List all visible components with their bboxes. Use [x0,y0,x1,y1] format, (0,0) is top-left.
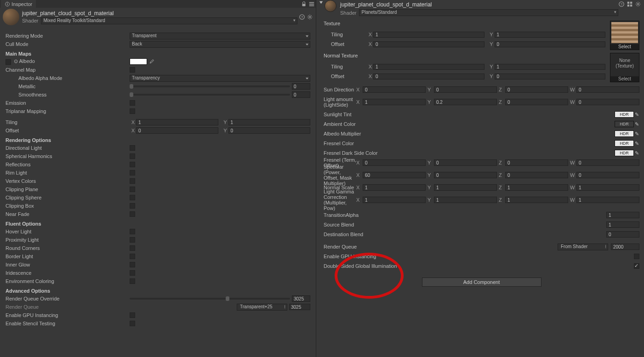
round-corners-checkbox[interactable] [130,245,135,251]
foldout-icon[interactable] [319,0,323,4]
light-amount-z[interactable] [505,99,568,105]
fresnel-term-w[interactable] [576,159,639,166]
stencil-testing-checkbox[interactable] [130,321,135,326]
spherical-harmonics-checkbox[interactable] [130,153,135,159]
sun-dir-w[interactable] [576,86,639,93]
eyedropper-icon[interactable]: ✎ [634,140,639,147]
normal-scale-w[interactable] [576,184,639,191]
near-fade-checkbox[interactable] [130,211,135,217]
ntex-offset-x[interactable] [373,74,484,79]
normal-scale-y[interactable] [434,184,497,191]
queue-override-slider[interactable] [130,298,290,300]
fresnel-term-z[interactable] [505,159,568,166]
iridescence-checkbox[interactable] [130,270,135,276]
smoothness-slider[interactable] [130,94,290,96]
light-amount-w[interactable] [576,99,639,105]
channel-map-checkbox[interactable] [130,67,135,73]
gpu-instancing-checkbox[interactable] [634,254,639,259]
tex-offset-y[interactable] [495,41,606,47]
eyedropper-icon[interactable]: ✎ [634,150,639,156]
double-sided-gi-checkbox[interactable] [634,263,639,269]
ntex-tiling-x[interactable] [373,64,484,70]
add-component-button[interactable]: Add Component [422,278,541,287]
tex-offset-x[interactable] [373,41,484,47]
vertex-colors-checkbox[interactable] [130,178,135,184]
queue-override-value[interactable] [292,295,310,302]
triplanar-checkbox[interactable] [130,108,135,114]
tiling-y[interactable] [228,119,311,125]
eyedropper-icon[interactable]: ✎ [634,111,639,118]
render-queue-dropdown[interactable]: Transparent+25 [237,304,287,311]
light-gamma-z[interactable] [505,197,568,203]
tex-tiling-x[interactable] [373,32,484,38]
albedo-texture-slot[interactable] [6,59,11,65]
ambient-color-hdr[interactable]: HDR [615,121,634,127]
source-blend-value[interactable] [606,221,639,228]
normal-scale-z[interactable] [505,184,568,191]
sun-dir-z[interactable] [505,86,568,93]
specular-z[interactable] [505,172,568,178]
specular-w[interactable] [576,172,639,178]
render-queue-value[interactable] [611,244,639,250]
preset-icon[interactable] [627,1,633,7]
ntex-tiling-y[interactable] [495,64,606,70]
dropdown-icon[interactable] [308,1,315,7]
shader-dropdown[interactable]: Planets/Standard [359,9,618,16]
eyedropper-icon[interactable]: ✎ [634,130,639,137]
clipping-sphere-checkbox[interactable] [130,195,135,200]
normal-texture-slot[interactable]: None (Texture) Select [610,53,639,82]
sunlight-tint-hdr[interactable]: HDR [615,111,634,118]
normal-scale-x[interactable] [363,184,426,191]
albedo-multiplier-hdr[interactable]: HDR [615,130,634,137]
shader-dropdown[interactable]: Mixed Reality Toolkit/Standard [41,17,297,24]
fresnel-term-y[interactable] [434,159,497,166]
eyedropper-icon[interactable]: ✎ [634,121,639,127]
reflections-checkbox[interactable] [130,162,135,167]
help-icon[interactable]: ? [618,1,625,7]
emission-checkbox[interactable] [130,100,135,106]
specular-x[interactable] [363,172,426,178]
gpu-instancing-checkbox[interactable] [130,312,135,318]
cull-mode-dropdown[interactable]: Back [130,41,310,48]
environment-coloring-checkbox[interactable] [130,278,135,284]
fresnel-term-x[interactable] [363,159,426,166]
texture-slot[interactable]: Select [610,21,639,50]
directional-light-checkbox[interactable] [130,145,135,151]
sun-dir-y[interactable] [434,86,497,93]
smoothness-value[interactable] [292,91,310,98]
tiling-x[interactable] [136,119,218,125]
offset-x[interactable] [136,127,218,134]
transition-alpha-value[interactable] [606,212,639,218]
albedo-color-swatch[interactable] [130,58,147,65]
proximity-light-checkbox[interactable] [130,237,135,243]
fresnel-dark-hdr[interactable]: HDR [615,150,634,156]
ntex-offset-y[interactable] [495,74,606,79]
rim-light-checkbox[interactable] [130,170,135,176]
light-amount-y[interactable] [434,99,497,105]
inspector-tab[interactable]: Inspector [1,0,36,8]
sun-dir-x[interactable] [363,86,426,93]
light-gamma-y[interactable] [434,197,497,203]
specular-y[interactable] [434,172,497,178]
hover-light-checkbox[interactable] [130,229,135,234]
border-light-checkbox[interactable] [130,254,135,259]
fresnel-color-hdr[interactable]: HDR [615,140,634,147]
gear-cog-icon[interactable] [307,14,313,20]
eyedropper-icon[interactable] [149,59,154,64]
help-icon[interactable]: ? [299,14,305,20]
metallic-value[interactable] [292,83,310,90]
light-gamma-x[interactable] [363,197,426,203]
tex-tiling-y[interactable] [495,32,606,38]
lock-icon[interactable] [301,1,307,7]
render-queue-dropdown[interactable]: From Shader [558,244,608,250]
render-queue-value[interactable] [289,304,310,310]
gear-icon[interactable] [635,1,641,7]
rendering-mode-dropdown[interactable]: Transparent [130,33,310,40]
metallic-slider[interactable] [130,85,290,87]
light-amount-x[interactable] [363,99,426,105]
clipping-plane-checkbox[interactable] [130,187,135,192]
albedo-alpha-mode-dropdown[interactable]: Transparency [130,75,310,82]
destination-blend-value[interactable] [606,231,639,238]
offset-y[interactable] [228,127,311,134]
clipping-box-checkbox[interactable] [130,203,135,209]
